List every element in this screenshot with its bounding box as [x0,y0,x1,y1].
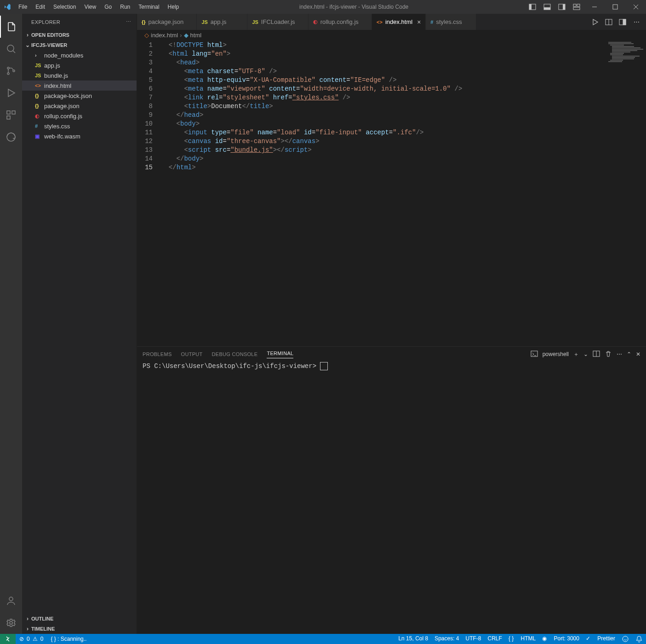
toggle-secondary-sidebar-icon[interactable] [555,0,569,14]
menu-go[interactable]: Go [101,2,115,12]
editor-more-icon[interactable]: ⋯ [631,18,641,25]
file-row[interactable]: #styles.css [22,121,137,131]
breadcrumb-symbol[interactable]: html [190,32,202,39]
status-scanning[interactable]: { } : Scanning.. [47,634,90,644]
code-line[interactable]: </html> [161,163,605,172]
status-eol[interactable]: CRLF [485,635,505,642]
code-line[interactable]: <canvas id="three-canvas"></canvas> [161,137,605,146]
breadcrumb-file[interactable]: index.html [151,32,178,39]
editor-tab[interactable]: JSapp.js× [197,14,247,30]
outline-section[interactable]: › OUTLINE [22,614,137,624]
code-content[interactable]: <!DOCTYPE html> <html lang="en"> <head> … [161,40,605,346]
menu-view[interactable]: View [80,2,100,12]
code-line[interactable]: <html lang="en"> [161,50,605,58]
status-feedback-icon[interactable] [618,635,632,643]
status-prettier[interactable]: ✓ Prettier [583,635,618,642]
editor-tab[interactable]: {}package.json× [137,14,197,30]
code-line[interactable]: <meta http-equiv="X-UA-Compatible" conte… [161,76,605,85]
menu-file[interactable]: File [15,2,31,12]
activity-edge-icon[interactable] [0,126,22,148]
breadcrumb[interactable]: ◇ index.html › ◆ html [137,30,646,40]
activity-extensions-icon[interactable] [0,104,22,126]
panel-tab-problems[interactable]: PROBLEMS [143,351,172,357]
file-row[interactable]: <>index.html [22,80,137,91]
file-row[interactable]: JSapp.js [22,60,137,70]
folder-row[interactable]: ›node_modules [22,50,137,60]
panel-more-icon[interactable]: ⋯ [617,351,622,357]
editor-tab[interactable]: ◐rollup.config.js× [309,14,372,30]
terminal-body[interactable]: PS C:\Users\User\Desktop\ifc-js\ifcjs-vi… [137,362,646,634]
activity-source-control-icon[interactable] [0,60,22,82]
line-number: 13 [137,146,153,155]
terminal-dropdown-icon[interactable]: ⌄ [583,351,588,357]
code-line[interactable]: <meta name="viewport" content="width=dev… [161,85,605,93]
remote-indicator-icon[interactable] [0,634,16,644]
panel-tab-debug-console[interactable]: DEBUG CONSOLE [212,351,258,357]
status-lncol[interactable]: Ln 15, Col 8 [395,635,431,642]
status-encoding[interactable]: UTF-8 [463,635,485,642]
menu-selection[interactable]: Selection [50,2,80,12]
new-terminal-icon[interactable]: ＋ [573,351,579,358]
file-row[interactable]: ▣web-ifc.wasm [22,131,137,141]
window-close-icon[interactable] [625,0,646,14]
panel-tab-terminal[interactable]: TERMINAL [267,351,293,358]
activity-settings-icon[interactable] [0,612,22,634]
code-line[interactable]: <head> [161,58,605,67]
open-editors-section[interactable]: › OPEN EDITORS [22,30,137,40]
panel-tab-output[interactable]: OUTPUT [181,351,203,357]
code-line[interactable]: </body> [161,155,605,163]
customize-layout-icon[interactable] [569,0,584,14]
status-language[interactable]: { } HTML [505,635,539,642]
editor-tab[interactable]: #styles.css× [426,14,476,30]
svg-rect-19 [7,111,10,114]
activity-search-icon[interactable] [0,38,22,60]
status-bell-icon[interactable] [632,635,646,643]
maximize-panel-icon[interactable]: ⌃ [627,351,631,357]
status-problems[interactable]: ⊘0 ⚠0 [16,634,47,644]
code-line[interactable]: <!DOCTYPE html> [161,41,605,50]
svg-rect-10 [613,5,617,9]
code-line[interactable]: </head> [161,111,605,120]
explorer-more-icon[interactable]: ⋯ [126,19,131,25]
svg-rect-3 [544,7,550,10]
split-editor-icon[interactable] [604,18,614,26]
run-icon[interactable] [590,18,600,26]
window-minimize-icon[interactable] [584,0,605,14]
file-row[interactable]: JSbundle.js [22,70,137,80]
close-panel-icon[interactable]: ✕ [636,351,640,357]
code-line[interactable]: <title>Document</title> [161,102,605,111]
terminal-shell-label[interactable]: powershell [543,351,569,357]
warning-icon: ⚠ [33,636,38,642]
code-line[interactable]: <body> [161,120,605,128]
window-maximize-icon[interactable] [605,0,625,14]
code-line[interactable]: <meta charset="UTF-8" /> [161,67,605,76]
file-row[interactable]: {}package.json [22,101,137,111]
editor-tab[interactable]: JSIFCLoader.js× [247,14,308,30]
code-line[interactable]: <input type="file" name="load" id="file-… [161,128,605,137]
close-tab-icon[interactable]: × [417,18,421,26]
kill-terminal-icon[interactable] [605,350,612,359]
toggle-primary-sidebar-icon[interactable] [525,0,540,14]
split-right-icon[interactable] [617,18,628,26]
minimap[interactable] [605,40,646,346]
status-spaces[interactable]: Spaces: 4 [431,635,462,642]
file-row[interactable]: ◐rollup.config.js [22,111,137,121]
file-row[interactable]: {}package-lock.json [22,91,137,101]
activity-run-debug-icon[interactable] [0,82,22,104]
menu-edit[interactable]: Edit [32,2,49,12]
activity-accounts-icon[interactable] [0,590,22,612]
status-port[interactable]: ◉ Port: 3000 [539,635,583,642]
timeline-section[interactable]: › TIMELINE [22,624,137,634]
activity-explorer-icon[interactable] [0,16,22,38]
code-line[interactable]: <script src="bundle.js"></script> [161,146,605,155]
menu-help[interactable]: Help [164,2,183,12]
menu-terminal[interactable]: Terminal [135,2,163,12]
project-section[interactable]: ⌄ IFCJS-VIEWER [22,40,137,50]
js-icon: JS [201,19,207,25]
editor-tab[interactable]: <>index.html× [372,14,426,30]
toggle-panel-icon[interactable] [540,0,555,14]
menu-run[interactable]: Run [116,2,134,12]
editor-body[interactable]: 123456789101112131415 <!DOCTYPE html> <h… [137,40,646,346]
split-terminal-icon[interactable] [593,350,600,359]
code-line[interactable]: <link rel="stylesheet" href="styles.css"… [161,93,605,102]
